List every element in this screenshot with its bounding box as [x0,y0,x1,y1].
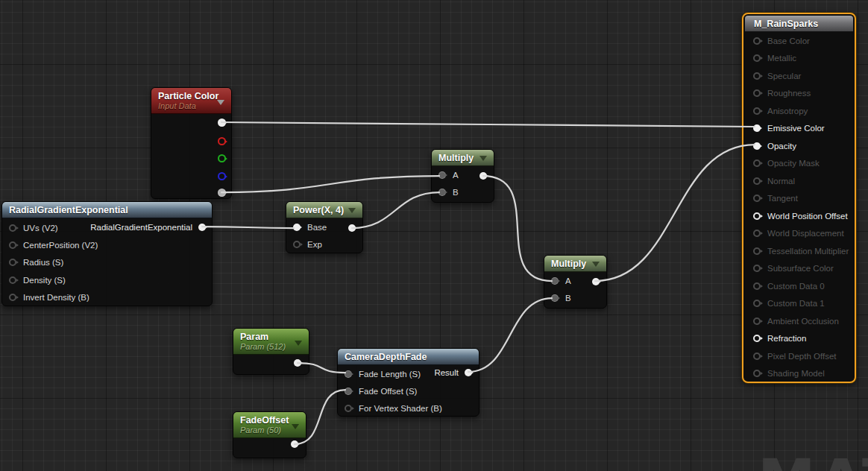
particle-rgb-output-pin[interactable] [218,118,226,127]
b-input-pin[interactable] [551,294,559,302]
node-multiply-top[interactable]: Multiply A B [431,149,494,203]
material-pin-row: Custom Data 1 [745,295,853,313]
tessellation-multiplier-input-pin[interactable] [753,247,761,255]
fade-offset-header[interactable]: FadeOffset Param (50) [233,412,306,438]
material-pin-row: World Displacement [745,225,853,243]
b-input-pin[interactable] [438,189,446,196]
node-material-result[interactable]: M_RainSparks Base Color Metallic Specula… [742,13,856,383]
base-input-pin[interactable] [293,224,301,231]
refraction-input-pin[interactable] [753,335,761,342]
fade-length-input-pin[interactable] [345,370,352,378]
input-label: CenterPosition (V2) [23,241,98,250]
uvs-input-pin[interactable] [9,224,16,232]
camera-depth-fade-header[interactable]: CameraDepthFade [338,349,479,365]
power-header[interactable]: Power(X, 4) [286,202,362,218]
custom-data-1-input-pin[interactable] [753,300,761,307]
param-output-pin[interactable] [294,359,301,367]
custom-data-0-input-pin[interactable] [753,282,761,290]
material-pin-row: World Position Offset [745,207,853,225]
material-pin-label: Custom Data 0 [767,282,825,291]
exp-input-pin[interactable] [293,241,301,248]
multiply-header[interactable]: Multiply [544,256,606,272]
param-header[interactable]: Param Param (512) [233,329,309,355]
radial-output-pin[interactable] [198,224,206,231]
node-radial-gradient-exponential[interactable]: RadialGradientExponential UVs (V2) Cente… [1,201,213,306]
radial-output-row: RadialGradientExponential [90,223,206,232]
collapse-arrow-icon[interactable] [217,100,224,105]
node-multiply-bottom[interactable]: Multiply A B [544,255,607,309]
connection-wire [595,145,755,281]
opacity-mask-input-pin[interactable] [753,159,761,167]
pixel-depth-offset-input-pin[interactable] [753,353,761,360]
shading-model-input-pin[interactable] [753,370,761,377]
normal-input-pin[interactable] [753,177,761,185]
particle-color-header[interactable]: Particle Color Input Data [151,88,231,114]
connection-wire [221,122,755,127]
roughness-input-pin[interactable] [753,89,761,97]
multiply-output-pin[interactable] [592,278,600,285]
ambient-occlusion-input-pin[interactable] [753,317,761,325]
multiply-output-pin[interactable] [479,172,487,180]
material-pin-label: World Displacement [767,229,844,238]
material-pin-row: Specular [745,67,853,85]
fade-offset-title: FadeOffset [240,415,299,426]
material-title: M_RainSparks [754,19,844,29]
material-graph-canvas[interactable]: MATE Particle Color Input Data RadialGra… [0,0,868,471]
particle-alpha-output-pin[interactable] [218,189,226,197]
input-row: Radius (S) [2,254,212,271]
collapse-arrow-icon[interactable] [292,424,299,429]
material-pin-label: Tessellation Multiplier [767,247,849,256]
node-particle-color[interactable]: Particle Color Input Data [151,87,232,199]
multiply-header[interactable]: Multiply [432,150,494,166]
collapse-arrow-icon[interactable] [295,341,302,346]
particle-red-output-pin[interactable] [218,137,226,145]
node-power[interactable]: Power(X, 4) Base Exp [286,201,363,253]
metallic-input-pin[interactable] [753,54,761,62]
material-pin-row: Emissive Color [745,120,853,138]
material-pin-row: Custom Data 0 [745,277,853,295]
invert-density-input-pin[interactable] [9,294,16,301]
material-pin-row: Tessellation Multiplier [745,242,853,260]
input-label: Base [307,223,327,232]
connection-wire [468,298,552,372]
density-input-pin[interactable] [9,276,16,284]
centerposition-input-pin[interactable] [9,241,16,249]
collapse-arrow-icon[interactable] [592,262,600,267]
radial-header[interactable]: RadialGradientExponential [2,202,212,218]
base-color-input-pin[interactable] [753,37,761,45]
node-fade-offset[interactable]: FadeOffset Param (50) [233,411,306,458]
a-input-pin[interactable] [551,277,559,285]
param-title: Param [240,332,302,342]
input-label: For Vertex Shader (B) [359,404,442,413]
a-input-pin[interactable] [438,171,446,179]
particle-green-output-pin[interactable] [218,154,226,162]
subsurface-color-input-pin[interactable] [753,265,761,272]
particle-blue-output-pin[interactable] [218,172,226,180]
node-param-512[interactable]: Param Param (512) [233,328,309,375]
node-camera-depth-fade[interactable]: CameraDepthFade Fade Length (S) Fade Off… [337,348,479,417]
result-output-row: Result [434,368,472,377]
emissive-color-input-pin[interactable] [753,124,761,132]
collapse-arrow-icon[interactable] [479,156,487,161]
world-displacement-input-pin[interactable] [753,230,761,237]
input-label: Radius (S) [23,258,63,267]
material-pin-row: Opacity Mask [745,155,853,173]
material-pin-label: Metallic [767,54,796,63]
input-label: A [565,276,571,285]
material-header[interactable]: M_RainSparks [745,16,853,32]
collapse-arrow-icon[interactable] [348,208,356,213]
world-position-offset-input-pin[interactable] [753,212,761,220]
input-label: A [453,171,459,180]
anisotropy-input-pin[interactable] [753,107,761,115]
power-output-pin[interactable] [348,224,356,232]
result-output-pin[interactable] [465,369,472,376]
fade-offset-input-pin[interactable] [345,388,352,395]
fade-offset-output-pin[interactable] [291,440,298,448]
for-vertex-shader-input-pin[interactable] [345,405,352,412]
material-pin-label: Roughness [767,89,811,98]
opacity-input-pin[interactable] [753,142,761,150]
radius-input-pin[interactable] [9,259,16,266]
specular-input-pin[interactable] [753,72,761,80]
tangent-input-pin[interactable] [753,195,761,202]
material-pin-label: Ambient Occlusion [767,317,839,326]
